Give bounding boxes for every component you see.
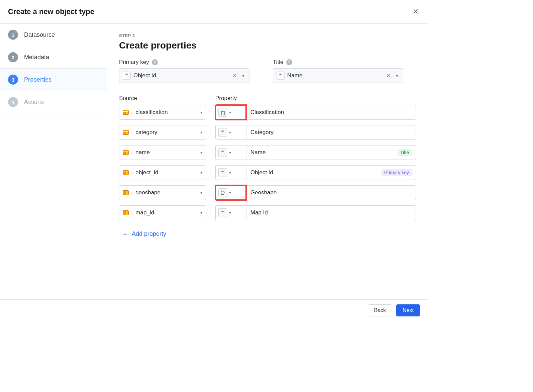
dialog: Create a new object type 1 Datasource 2 … [0, 0, 428, 321]
property-column-header: Property [215, 95, 416, 102]
property-name-input[interactable]: Classification [246, 105, 416, 120]
property-name: Name [250, 149, 395, 156]
property-row: › category ❞ Category [119, 125, 416, 140]
chevron-down-icon [229, 130, 231, 135]
property-name-input[interactable]: Category [246, 125, 416, 140]
property-name-input[interactable]: Map Id [246, 205, 416, 220]
title-field: Title ? ❞ Name [273, 59, 403, 83]
dropdown-caret[interactable] [229, 170, 231, 175]
step-properties[interactable]: 3 Properties [0, 69, 107, 91]
dropdown-caret[interactable] [200, 170, 202, 175]
chevron-down-icon [229, 190, 231, 195]
geoshape-type-icon [218, 188, 227, 197]
title-badge: Title [398, 149, 412, 156]
primary-key-select[interactable]: ❞ Object Id [119, 68, 249, 83]
property-row: › name ❞ Name Title [119, 145, 416, 160]
primary-key-badge: Primary key [382, 169, 412, 176]
source-select[interactable]: › classification [119, 105, 206, 120]
step-metadata[interactable]: 2 Metadata [0, 46, 107, 69]
help-icon[interactable]: ? [286, 59, 292, 65]
property-type-select[interactable]: [❞] [215, 105, 246, 120]
property-row: › map_id ❞ Map Id [119, 205, 416, 220]
step-number: 4 [8, 97, 18, 107]
chevron-right-icon: › [131, 110, 133, 115]
dialog-header: Create a new object type [0, 0, 428, 24]
property-name: Geoshape [250, 189, 412, 196]
source-name: map_id [135, 209, 198, 216]
string-type-icon: ❞ [218, 208, 227, 217]
x-icon [233, 73, 237, 78]
title-value: Name [287, 72, 383, 79]
chevron-down-icon [229, 170, 231, 175]
chevron-down-icon [200, 110, 202, 115]
property-type-select[interactable]: ❞ [215, 165, 246, 180]
chevron-down-icon [396, 73, 398, 78]
property-type-select[interactable]: ❞ [215, 125, 246, 140]
array-type-icon: [❞] [218, 108, 227, 117]
x-icon [387, 73, 391, 78]
dropdown-caret[interactable] [200, 110, 202, 115]
close-icon [413, 7, 419, 16]
dropdown-caret[interactable] [229, 190, 231, 195]
source-name: object_id [135, 169, 198, 176]
chevron-down-icon [200, 190, 202, 195]
source-select[interactable]: › map_id [119, 205, 206, 220]
back-button[interactable]: Back [368, 304, 393, 316]
dropdown-caret[interactable] [395, 72, 400, 79]
property-type-select[interactable]: ❞ [215, 145, 246, 160]
chevron-right-icon: › [131, 150, 133, 155]
chevron-down-icon [229, 150, 231, 155]
page-heading: Create properties [119, 40, 416, 51]
property-rows: › classification [❞] Classification [119, 105, 416, 220]
next-button[interactable]: Next [396, 304, 420, 316]
table-icon [123, 170, 129, 175]
step-number: 1 [8, 30, 18, 40]
property-name: Category [250, 129, 412, 136]
step-number: 2 [8, 52, 18, 62]
help-icon[interactable]: ? [152, 59, 158, 65]
dropdown-caret[interactable] [200, 150, 202, 155]
table-icon [123, 150, 129, 155]
dropdown-caret[interactable] [229, 210, 231, 215]
source-name: name [135, 149, 198, 156]
step-label: Actions [24, 99, 44, 106]
close-button[interactable] [411, 6, 420, 17]
string-type-icon: ❞ [277, 72, 285, 80]
string-type-icon: ❞ [123, 72, 131, 80]
dropdown-caret[interactable] [229, 150, 231, 155]
property-row: › classification [❞] Classification [119, 105, 416, 120]
property-name-input[interactable]: Geoshape [246, 185, 416, 200]
source-select[interactable]: › geoshape [119, 185, 206, 200]
dropdown-caret[interactable] [200, 130, 202, 135]
step-label: Metadata [24, 54, 49, 61]
add-property-label: Add property [132, 230, 166, 237]
add-property-button[interactable]: ＋ Add property [119, 228, 416, 240]
title-select[interactable]: ❞ Name [273, 68, 403, 83]
clear-button[interactable] [231, 72, 238, 79]
chevron-down-icon [242, 73, 244, 78]
property-name-input[interactable]: Name Title [246, 145, 416, 160]
source-name: geoshape [135, 189, 198, 196]
property-name-input[interactable]: Object Id Primary key [246, 165, 416, 180]
step-indicator: STEP 3 [119, 33, 416, 38]
chevron-right-icon: › [131, 190, 133, 195]
source-select[interactable]: › category [119, 125, 206, 140]
dropdown-caret[interactable] [229, 110, 231, 115]
dropdown-caret[interactable] [200, 190, 202, 195]
string-type-icon: ❞ [218, 148, 227, 157]
step-actions: 4 Actions [0, 91, 107, 113]
source-select[interactable]: › object_id [119, 165, 206, 180]
columns-header: Source Property [119, 95, 416, 102]
chevron-down-icon [229, 110, 231, 115]
clear-button[interactable] [385, 72, 392, 79]
source-select[interactable]: › name [119, 145, 206, 160]
dropdown-caret[interactable] [241, 72, 246, 79]
dropdown-caret[interactable] [200, 210, 202, 215]
primary-key-field: Primary key ? ❞ Object Id [119, 59, 249, 83]
step-datasource[interactable]: 1 Datasource [0, 24, 107, 46]
property-type-select[interactable] [215, 185, 246, 200]
chevron-down-icon [200, 170, 202, 175]
property-type-select[interactable]: ❞ [215, 205, 246, 220]
dropdown-caret[interactable] [229, 130, 231, 135]
wizard-steps: 1 Datasource 2 Metadata 3 Properties 4 A… [0, 24, 107, 299]
